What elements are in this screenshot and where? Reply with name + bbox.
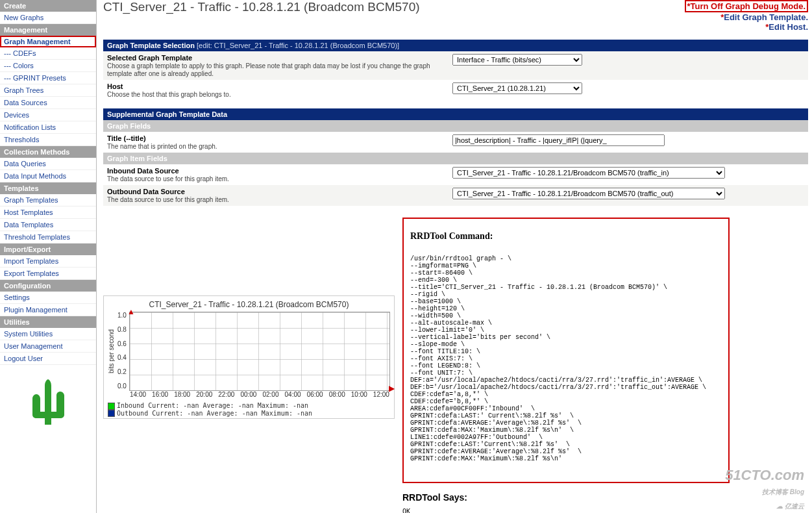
graph-title: CTI_Server_21 - Traffic - 10.28.1.21 (Br… xyxy=(108,300,390,309)
cacti-logo-icon xyxy=(29,373,68,425)
sidebar-item[interactable]: Data Input Methods xyxy=(0,170,96,182)
sidebar-item[interactable]: Threshold Templates xyxy=(0,231,96,244)
sidebar-header: Management xyxy=(0,24,96,36)
sidebar-header: Templates xyxy=(0,182,96,194)
rrdtool-command-body: /usr/bin/rrdtool graph - \ --imgformat=P… xyxy=(410,255,722,462)
sidebar-header: Collection Methods xyxy=(0,146,96,158)
title-input[interactable] xyxy=(452,134,665,146)
y-axis-ticks: 1.00.80.60.40.20.0 xyxy=(117,312,127,390)
graph-preview: CTI_Server_21 - Traffic - 10.28.1.21 (Br… xyxy=(103,295,395,513)
host-select[interactable]: CTI_Server_21 (10.28.1.21) xyxy=(452,82,582,94)
main-content: CTI_Server_21 - Traffic - 10.28.1.21 (Br… xyxy=(97,0,812,513)
outbound-ds-select[interactable]: CTI_Server_21 - Traffic - 10.28.1.21/Bro… xyxy=(452,188,725,199)
rrdtool-command-box: RRDTool Command: /usr/bin/rrdtool graph … xyxy=(402,218,730,483)
sidebar-item[interactable]: Host Templates xyxy=(0,206,96,219)
sidebar-item[interactable]: Settings xyxy=(0,292,96,304)
sidebar-item[interactable]: Graph Trees xyxy=(0,84,96,97)
sidebar-item[interactable]: Graph Management xyxy=(0,36,96,47)
title-label: Title (--title) xyxy=(107,134,445,142)
top-action-links: *Turn Off Graph Debug Mode. *Edit Graph … xyxy=(685,0,808,32)
sidebar-item[interactable]: --- GPRINT Presets xyxy=(0,72,96,84)
sidebar-item[interactable]: --- CDEFs xyxy=(0,47,96,60)
inbound-swatch-icon xyxy=(108,403,115,410)
sidebar-header: Utilities xyxy=(0,316,96,328)
edit-graph-template-link[interactable]: Edit Graph Template. xyxy=(724,12,808,22)
sidebar-item[interactable]: Devices xyxy=(0,109,96,121)
sidebar-item[interactable]: User Management xyxy=(0,340,96,353)
plot-area: ▲ ▶ xyxy=(129,312,390,391)
turn-off-debug-link[interactable]: *Turn Off Graph Debug Mode. xyxy=(685,0,808,12)
graph-item-fields-header: Graph Item Fields xyxy=(103,153,808,164)
sidebar-item[interactable]: Notification Lists xyxy=(0,121,96,134)
outbound-ds-label: Outbound Data Source xyxy=(107,188,445,195)
sidebar-item[interactable]: Graph Templates xyxy=(0,194,96,206)
sidebar-item[interactable]: Plugin Management xyxy=(0,304,96,316)
sidebar: CreateNew GraphsManagementGraph Manageme… xyxy=(0,0,97,513)
sidebar-item[interactable]: Data Queries xyxy=(0,158,96,170)
outbound-swatch-icon xyxy=(108,410,115,417)
sidebar-item[interactable]: Data Sources xyxy=(0,97,96,109)
sidebar-item[interactable]: Import Templates xyxy=(0,255,96,268)
sidebar-item[interactable]: Data Templates xyxy=(0,219,96,231)
sidebar-item[interactable]: Logout User xyxy=(0,353,96,365)
sidebar-item[interactable]: --- Colors xyxy=(0,60,96,72)
sidebar-item[interactable]: System Utilities xyxy=(0,328,96,340)
sidebar-header: Import/Export xyxy=(0,244,96,255)
inbound-ds-label: Inbound Data Source xyxy=(107,167,445,175)
sidebar-header: Create xyxy=(0,0,96,12)
sidebar-header: Configuration xyxy=(0,280,96,292)
x-axis-ticks: 14:0016:0018:0020:0022:0000:0002:0004:00… xyxy=(130,391,389,398)
watermark: 51CTO.com 技术博客 Blog ☁ 亿速云 xyxy=(725,468,804,511)
graph-template-selection-bar: Graph Template Selection [edit: CTI_Serv… xyxy=(103,40,808,51)
edit-host-link[interactable]: Edit Host. xyxy=(769,22,808,32)
selected-template-label: Selected Graph Template xyxy=(107,54,445,62)
sidebar-item[interactable]: Thresholds xyxy=(0,134,96,146)
sidebar-item[interactable]: New Graphs xyxy=(0,12,96,24)
graph-legend: Inbound Current: -nan Average: -nan Maxi… xyxy=(108,402,390,417)
inbound-ds-select[interactable]: CTI_Server_21 - Traffic - 10.28.1.21/Bro… xyxy=(452,167,725,179)
host-label: Host xyxy=(107,82,445,90)
selected-template-select[interactable]: Interface - Traffic (bits/sec) xyxy=(452,54,582,66)
arrow-right-icon: ▶ xyxy=(389,384,395,393)
supplemental-data-bar: Supplemental Graph Template Data xyxy=(103,108,808,120)
page-title: CTI_Server_21 - Traffic - 10.28.1.21 (Br… xyxy=(103,0,420,14)
arrow-up-icon: ▲ xyxy=(127,307,135,316)
y-axis-label: bits per second xyxy=(108,312,115,391)
rrdtool-command-title: RRDTool Command: xyxy=(410,231,722,242)
graph-fields-header: Graph Fields xyxy=(103,120,808,132)
sidebar-item[interactable]: Export Templates xyxy=(0,268,96,280)
